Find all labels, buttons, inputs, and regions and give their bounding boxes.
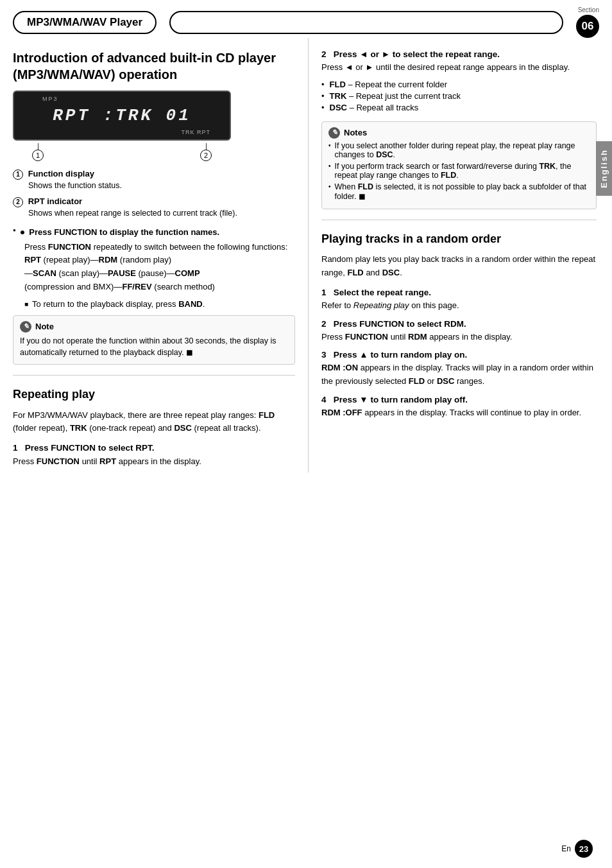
- functions-line2: —SCAN (scan play)—PAUSE (pause)—COMP: [24, 267, 295, 281]
- r-step3-desc: RDM :ON appears in the display. Tracks w…: [321, 361, 597, 388]
- callout-circle-2: 2: [200, 150, 212, 161]
- functions-line3: (compression and BMX)—FF/REV (search met…: [24, 281, 295, 294]
- callout-1-circle: 1: [13, 169, 23, 180]
- callout-circle-1: 1: [32, 150, 44, 161]
- callout-2-desc: Shows when repeat range is selected to c…: [28, 207, 295, 220]
- intro-title: Introduction of advanced built-in CD pla…: [13, 49, 295, 83]
- callout-2-title: 2 RPT indicator: [13, 196, 295, 207]
- r-step1-desc: Refer to Repeating play on this page.: [321, 299, 597, 313]
- note-title: ✎ Note: [20, 321, 288, 333]
- notes-title: ✎ Notes: [328, 127, 590, 139]
- callout-2-circle: 2: [13, 197, 23, 207]
- r-step4-desc: RDM :OFF appears in the display. Tracks …: [321, 406, 597, 420]
- r-step4-heading: 4 Press ▼ to turn random play off.: [321, 395, 597, 404]
- right-column: 2 Press ◄ or ► to select the repeat rang…: [308, 38, 597, 473]
- r-step2-desc: Press FUNCTION until RDM appears in the …: [321, 331, 597, 344]
- notes-icon: ✎: [328, 127, 340, 139]
- right-step2-desc: Press ◄ or ► until the desired repeat ra…: [321, 61, 597, 74]
- page-footer: En 23: [561, 840, 593, 858]
- notes-box: ✎ Notes • If you select another folder d…: [321, 121, 597, 209]
- header-center-bar: [169, 11, 563, 34]
- repeating-play-title: Repeating play: [13, 387, 295, 402]
- right-step2-heading: 2 Press ◄ or ► to select the repeat rang…: [321, 49, 597, 59]
- en-label: En: [561, 844, 571, 853]
- device-display: MP3 RPT :TRK 01 TRK RPT: [13, 91, 231, 141]
- r-step2-heading: 2 Press FUNCTION to select RDM.: [321, 319, 597, 329]
- random-play-intro: Random play lets you play back tracks in…: [321, 253, 597, 280]
- bullet-dsc: •DSC – Repeat all tracks: [321, 103, 597, 112]
- note-item-1: • If you select another folder during re…: [328, 141, 590, 159]
- press-function-bullet: ● Press FUNCTION to display the function…: [13, 226, 295, 239]
- note-icon: ✎: [20, 321, 31, 333]
- divider-right: [321, 220, 597, 220]
- r-step3-heading: 3 Press ▲ to turn random play on.: [321, 350, 597, 360]
- page-header: MP3/WMA/WAV Player Section 06: [0, 0, 612, 38]
- press-function-heading: Press FUNCTION to display the function n…: [29, 227, 219, 237]
- repeating-play-intro: For MP3/WMA/WAV playback, there are thre…: [13, 409, 295, 436]
- device-mp3-label: MP3: [42, 96, 58, 102]
- notes-items: • If you select another folder during re…: [328, 141, 590, 201]
- callout-marker-1: 1: [32, 143, 44, 161]
- functions-line1: RPT (repeat play)—RDM (random play): [24, 254, 295, 267]
- callout-1-item: 1 Function display Shows the function st…: [13, 169, 295, 191]
- callout-1-title: 1 Function display: [13, 169, 295, 180]
- right-step2-container: 2 Press ◄ or ► to select the repeat rang…: [321, 49, 597, 112]
- section-label: Section: [578, 6, 599, 13]
- bullet-fld: •FLD – Repeat the current folder: [321, 80, 597, 89]
- page-title: MP3/WMA/WAV Player: [13, 11, 157, 34]
- device-sub-text: TRK RPT: [181, 129, 210, 135]
- note-item-3: • When FLD is selected, it is not possib…: [328, 182, 590, 201]
- left-column: Introduction of advanced built-in CD pla…: [13, 38, 308, 473]
- left-step1-heading: 1 Press FUNCTION to select RPT.: [13, 443, 295, 453]
- repeat-range-bullets: •FLD – Repeat the current folder •TRK – …: [321, 80, 597, 112]
- callout-marker-2: 2: [200, 143, 212, 161]
- bullet-trk: •TRK – Repeat just the current track: [321, 91, 597, 101]
- press-function-desc: Press FUNCTION repeatedly to switch betw…: [24, 241, 295, 254]
- divider-1: [13, 375, 295, 376]
- device-display-container: MP3 RPT :TRK 01 TRK RPT 1 2: [13, 91, 295, 161]
- left-step1-desc: Press FUNCTION until RPT appears in the …: [13, 455, 295, 469]
- note-box: ✎ Note If you do not operate the functio…: [13, 315, 295, 365]
- device-callout-markers: 1 2: [13, 141, 231, 161]
- r-step1-heading: 1 Select the repeat range.: [321, 288, 597, 297]
- note-item-2: • If you perform track search or fast fo…: [328, 162, 590, 180]
- note-text: If you do not operate the function withi…: [20, 335, 288, 360]
- device-display-text: RPT :TRK 01: [53, 106, 191, 125]
- random-play-title: Playing tracks in a random order: [321, 232, 597, 247]
- section-badge: 06: [576, 15, 599, 38]
- callout-2-item: 2 RPT indicator Shows when repeat range …: [13, 196, 295, 219]
- band-note: ■ To return to the playback display, pre…: [24, 299, 295, 309]
- main-content: Introduction of advanced built-in CD pla…: [0, 38, 612, 473]
- page-number-badge: 23: [575, 840, 593, 858]
- section-info: Section 06: [576, 6, 599, 38]
- callout-1-desc: Shows the function status.: [28, 180, 295, 192]
- language-tab: English: [596, 141, 612, 196]
